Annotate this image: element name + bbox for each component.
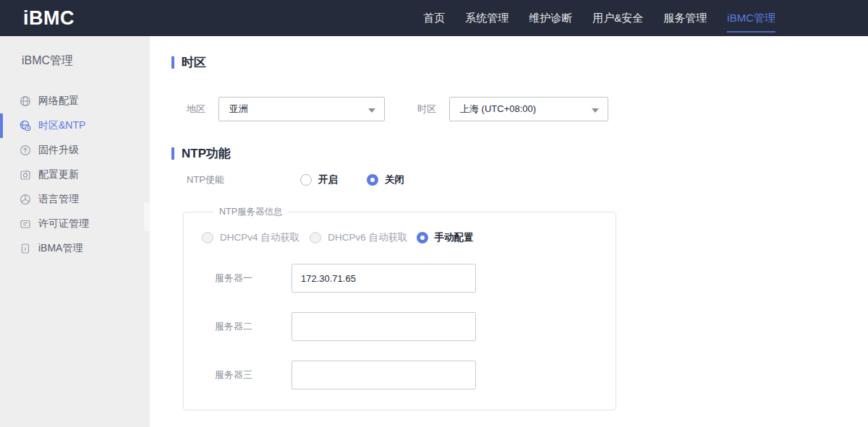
timezone-section-title: 时区 — [182, 54, 206, 71]
server-one-label: 服务器一 — [215, 272, 292, 285]
region-select-value: 亚洲 — [229, 103, 248, 116]
section-accent-bar — [171, 56, 174, 69]
sidebar-item-ibma[interactable]: iBMA管理 — [0, 236, 150, 261]
nav-item-ibmc-management[interactable]: iBMC管理 — [727, 0, 775, 36]
timezone-clock-icon — [20, 120, 31, 131]
ntp-server-group-legend: NTP服务器信息 — [213, 206, 289, 218]
radio-circle-icon — [310, 232, 321, 243]
sidebar-item-label: 固件升级 — [38, 144, 79, 157]
sidebar-item-timezone-ntp[interactable]: 时区&NTP — [0, 113, 150, 138]
top-nav-menu: 首页 系统管理 维护诊断 用户&安全 服务管理 iBMC管理 — [423, 0, 775, 36]
ntp-enable-label: NTP使能 — [187, 173, 300, 186]
radio-circle-icon — [417, 232, 428, 243]
radio-circle-icon — [367, 174, 378, 186]
ntp-section-title: NTP功能 — [182, 145, 231, 162]
sidebar-item-license[interactable]: 许可证管理 — [0, 212, 150, 236]
main-content: 时区 地区 亚洲 时区 上海 (UTC+08:00) NTP功能 NTP使能 开… — [150, 36, 868, 427]
timezone-section-header: 时区 — [171, 54, 868, 70]
server-three-row: 服务器三 — [202, 361, 616, 389]
server-two-row: 服务器二 — [202, 312, 616, 341]
sidebar-item-config-update[interactable]: 配置更新 — [0, 163, 150, 187]
nav-item-system[interactable]: 系统管理 — [465, 0, 509, 36]
ibmc-logo: iBMC — [23, 7, 75, 30]
timezone-select[interactable]: 上海 (UTC+08:00) — [449, 97, 608, 121]
top-nav: iBMC 首页 系统管理 维护诊断 用户&安全 服务管理 iBMC管理 — [0, 0, 868, 36]
nav-item-services[interactable]: 服务管理 — [663, 0, 707, 36]
timezone-select-value: 上海 (UTC+08:00) — [460, 103, 536, 116]
sidebar-item-label: iBMA管理 — [38, 242, 82, 255]
section-accent-bar — [171, 147, 174, 160]
chevron-down-icon — [592, 108, 599, 113]
ntp-section-header: NTP功能 — [171, 145, 868, 161]
ntp-mode-row: DHCPv4 自动获取 DHCPv6 自动获取 手动配置 — [202, 231, 616, 244]
server-two-input[interactable] — [292, 312, 476, 341]
sidebar-item-network-config[interactable]: 网络配置 — [0, 89, 150, 113]
nav-item-user-security[interactable]: 用户&安全 — [592, 0, 643, 36]
sidebar-item-firmware-upgrade[interactable]: 固件升级 — [0, 138, 150, 163]
license-card-icon — [20, 218, 31, 230]
server-three-input[interactable] — [292, 361, 476, 389]
sidebar-item-label: 语言管理 — [38, 193, 79, 206]
timezone-form-row: 地区 亚洲 时区 上海 (UTC+08:00) — [187, 97, 868, 121]
region-select[interactable]: 亚洲 — [218, 97, 385, 121]
sidebar: iBMC管理 网络配置 时区&NTP 固件升级 配置更新 语言管理 许 — [0, 36, 150, 427]
ntp-enable-off-label: 关闭 — [385, 173, 404, 186]
ntp-enable-row: NTP使能 开启 关闭 — [187, 173, 868, 187]
ntp-server-group: NTP服务器信息 DHCPv4 自动获取 DHCPv6 自动获取 手动配置 服务… — [183, 206, 616, 410]
nav-item-maintenance[interactable]: 维护诊断 — [529, 0, 572, 36]
sidebar-item-label: 网络配置 — [38, 95, 79, 108]
sidebar-item-language[interactable]: 语言管理 — [0, 187, 150, 212]
dhcpv6-auto-radio[interactable]: DHCPv6 自动获取 — [310, 231, 407, 244]
region-label: 地区 — [187, 103, 205, 116]
server-two-label: 服务器二 — [215, 320, 292, 333]
dhcpv4-auto-radio[interactable]: DHCPv4 自动获取 — [202, 231, 299, 244]
sidebar-title: iBMC管理 — [22, 53, 150, 69]
firmware-upgrade-icon — [20, 145, 31, 156]
sidebar-item-label: 配置更新 — [38, 168, 79, 181]
sidebar-item-label: 时区&NTP — [38, 119, 85, 132]
config-update-icon — [20, 169, 31, 181]
manual-config-radio[interactable]: 手动配置 — [417, 231, 474, 244]
timezone-label: 时区 — [417, 103, 436, 116]
chevron-down-icon — [368, 108, 375, 113]
ntp-enable-off-radio[interactable]: 关闭 — [367, 173, 404, 186]
nav-item-home[interactable]: 首页 — [423, 0, 445, 36]
server-one-input[interactable] — [292, 264, 476, 293]
server-three-label: 服务器三 — [215, 368, 292, 381]
ntp-enable-on-label: 开启 — [318, 173, 338, 186]
ntp-enable-on-radio[interactable]: 开启 — [300, 173, 338, 186]
language-globe-icon — [20, 194, 31, 205]
manual-config-label: 手动配置 — [435, 231, 474, 244]
dhcpv6-auto-label: DHCPv6 自动获取 — [328, 231, 407, 244]
radio-circle-icon — [202, 232, 213, 243]
network-globe-icon — [20, 95, 31, 107]
ibma-doc-icon — [20, 243, 31, 254]
radio-circle-icon — [300, 174, 312, 186]
server-one-row: 服务器一 — [202, 264, 616, 293]
sidebar-item-label: 许可证管理 — [38, 217, 89, 230]
dhcpv4-auto-label: DHCPv4 自动获取 — [220, 231, 299, 244]
